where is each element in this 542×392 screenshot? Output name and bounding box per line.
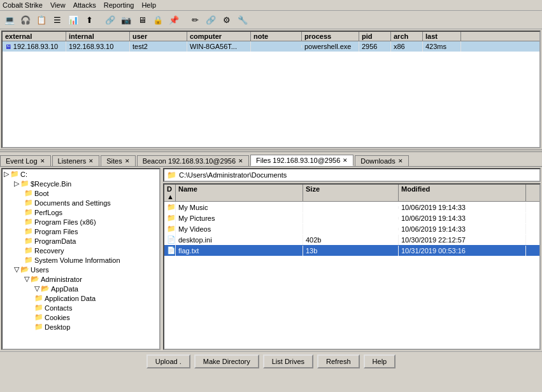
file-type-icon: 📁	[164, 213, 176, 223]
main-content: ▷ 📁 C: ▷ 📁 $Recycle.Bin 📁 Boot 📁 Documen…	[0, 167, 542, 351]
tb-btn-11[interactable]: ✏	[188, 13, 202, 27]
make-directory-button[interactable]: Make Directory	[194, 354, 259, 368]
tab-beacon[interactable]: Beacon 192.168.93.10@2956 ✕	[137, 155, 249, 166]
menu-reporting[interactable]: Reporting	[104, 1, 134, 9]
tb-btn-2[interactable]: 📋	[34, 13, 48, 27]
tab-event-log[interactable]: Event Log ✕	[0, 155, 51, 166]
file-type-icon: 📄	[164, 245, 176, 256]
tree-item-recycle[interactable]: ▷ 📁 $Recycle.Bin	[3, 179, 159, 188]
menu-attacks[interactable]: Attacks	[73, 1, 96, 9]
file-row-selected[interactable]: 📄 flag.txt 13b 10/31/2019 00:53:16	[164, 245, 539, 256]
session-last: 423ms	[423, 41, 461, 52]
col-modified[interactable]: Modified	[399, 185, 526, 201]
file-size: 402b	[303, 235, 399, 245]
file-list-header: D ▲ Name Size Modified	[164, 185, 539, 202]
tab-downloads[interactable]: Downloads ✕	[355, 155, 408, 166]
tree-label: Program Files	[34, 228, 78, 235]
tree-item-contacts[interactable]: 📁 Contacts	[3, 303, 159, 312]
tab-event-log-close[interactable]: ✕	[40, 158, 45, 164]
list-drives-button[interactable]: List Drives	[263, 354, 313, 368]
session-icon: 🖥	[5, 43, 13, 50]
file-type-icon: 📁	[164, 202, 176, 213]
col-size[interactable]: Size	[303, 185, 399, 201]
session-row[interactable]: 🖥 192.168.93.10 192.168.93.10 test2 WIN-…	[3, 41, 539, 52]
tab-listeners-close[interactable]: ✕	[89, 158, 94, 164]
help-button[interactable]: Help	[364, 354, 396, 368]
tree-item-svi[interactable]: 📁 System Volume Information	[3, 255, 159, 265]
folder-icon: 📁	[34, 304, 43, 312]
tree-item-desktop[interactable]: 📁 Desktop	[3, 322, 159, 332]
session-pid: 2956	[359, 41, 391, 52]
file-list: D ▲ Name Size Modified 📁 My Music 10/06/…	[163, 183, 541, 350]
menu-help[interactable]: Help	[141, 1, 156, 9]
folder-icon: 📂	[20, 265, 29, 274]
tab-sites[interactable]: Sites ✕	[101, 155, 135, 166]
menu-view[interactable]: View	[50, 1, 66, 9]
tree-item-cookies[interactable]: 📁 Cookies	[3, 312, 159, 322]
file-row[interactable]: 📁 My Videos 10/06/2019 19:14:33	[164, 223, 539, 234]
tree-item-users[interactable]: ▽ 📂 Users	[3, 265, 159, 274]
tb-btn-7[interactable]: 📷	[119, 13, 133, 27]
folder-icon: 📁	[10, 170, 19, 178]
menu-cobalt-strike[interactable]: Cobalt Strike	[3, 1, 43, 9]
tree-label: C:	[20, 171, 27, 178]
tree-item-recovery[interactable]: 📁 Recovery	[3, 246, 159, 255]
path-folder-icon: 📁	[167, 171, 176, 179]
tree-item-docs-settings[interactable]: 📁 Documents and Settings	[3, 198, 159, 207]
tree-item-appdata-link[interactable]: 📁 Application Data	[3, 293, 159, 303]
tab-event-log-label: Event Log	[6, 157, 38, 165]
file-row[interactable]: 📄 desktop.ini 402b 10/30/2019 22:12:57	[164, 234, 539, 245]
file-tree: ▷ 📁 C: ▷ 📁 $Recycle.Bin 📁 Boot 📁 Documen…	[1, 168, 160, 350]
tab-sites-label: Sites	[106, 157, 122, 165]
tree-label: Desktop	[45, 323, 70, 331]
tree-label: PerfLogs	[34, 209, 62, 216]
upload-button[interactable]: Upload .	[146, 354, 190, 368]
tree-item-appdata[interactable]: ▽ 📂 AppData	[3, 284, 159, 293]
file-row[interactable]: 📁 My Music 10/06/2019 19:14:33	[164, 202, 539, 213]
tab-sites-close[interactable]: ✕	[125, 158, 130, 164]
tb-btn-4[interactable]: 📊	[66, 13, 80, 27]
tb-btn-8[interactable]: 🖥	[135, 13, 149, 27]
folder-icon: 📁	[24, 199, 33, 207]
tree-label: Recovery	[34, 247, 64, 255]
col-external: external	[3, 32, 66, 41]
tb-btn-5[interactable]: ⬆	[82, 13, 96, 27]
folder-icon: 📁	[24, 237, 33, 245]
tb-btn-14[interactable]: 🔧	[236, 13, 250, 27]
col-d[interactable]: D ▲	[164, 185, 176, 201]
menubar: Cobalt Strike View Attacks Reporting Hel…	[0, 0, 542, 11]
tab-listeners[interactable]: Listeners ✕	[52, 155, 100, 166]
folder-icon: 📁	[34, 294, 43, 302]
tb-btn-1[interactable]: 🎧	[18, 13, 32, 27]
col-name[interactable]: Name	[176, 185, 303, 201]
tab-files-close[interactable]: ✕	[343, 157, 348, 164]
tree-item-program-files[interactable]: 📁 Program Files	[3, 227, 159, 236]
tab-downloads-close[interactable]: ✕	[398, 158, 403, 164]
tree-item-c[interactable]: ▷ 📁 C:	[3, 169, 159, 179]
tree-item-programdata[interactable]: 📁 ProgramData	[3, 236, 159, 246]
tb-btn-13[interactable]: ⚙	[220, 13, 234, 27]
tab-files-label: Files 192.168.93.10@2956	[256, 157, 340, 164]
tree-item-perflogs[interactable]: 📁 PerfLogs	[3, 207, 159, 217]
tree-item-administrator[interactable]: ▽ 📂 Administrator	[3, 274, 159, 284]
tb-btn-10[interactable]: 📌	[167, 13, 181, 27]
tree-item-program-files-x86[interactable]: 📁 Program Files (x86)	[3, 217, 159, 227]
tree-label: $Recycle.Bin	[31, 180, 71, 188]
tree-label: Program Files (x86)	[34, 218, 96, 226]
tb-btn-12[interactable]: 🔗	[204, 13, 218, 27]
bottom-bar: Upload . Make Directory List Drives Refr…	[0, 351, 542, 371]
tb-btn-6[interactable]: 🔗	[103, 13, 117, 27]
tb-btn-9[interactable]: 🔒	[151, 13, 165, 27]
file-row[interactable]: 📁 My Pictures 10/06/2019 19:14:33	[164, 213, 539, 223]
tb-btn-0[interactable]: 💻	[3, 13, 17, 27]
tb-btn-3[interactable]: ☰	[50, 13, 64, 27]
col-last: last	[423, 32, 461, 41]
tab-beacon-close[interactable]: ✕	[238, 158, 243, 164]
sessions-header: external internal user computer note pro…	[3, 32, 539, 41]
file-modified: 10/06/2019 19:14:33	[399, 224, 526, 234]
tree-item-boot[interactable]: 📁 Boot	[3, 188, 159, 198]
file-modified: 10/06/2019 19:14:33	[399, 202, 526, 213]
tab-files[interactable]: Files 192.168.93.10@2956 ✕	[250, 155, 353, 166]
refresh-button[interactable]: Refresh	[317, 354, 360, 368]
session-arch: x86	[391, 41, 423, 52]
